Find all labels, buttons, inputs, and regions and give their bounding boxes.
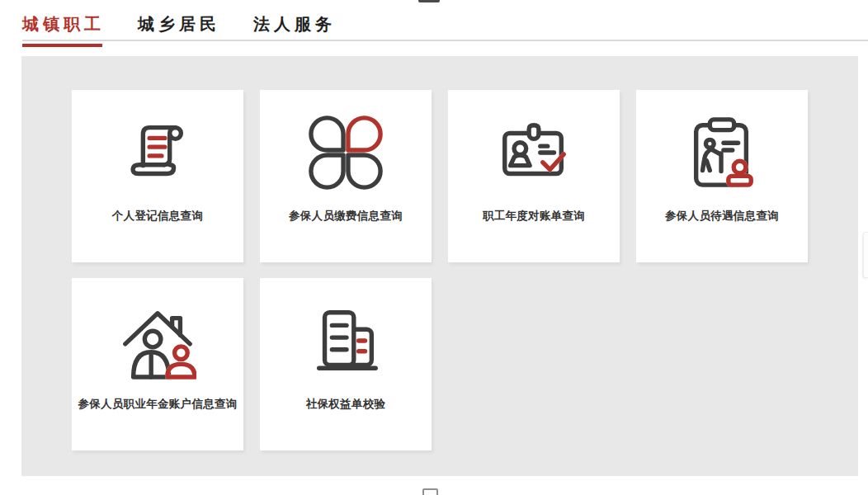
service-card-payment-info-query[interactable]: 参保人员缴费信息查询: [260, 90, 432, 262]
bottom-edge-clipped-button[interactable]: [422, 488, 438, 495]
clover-petals-icon: [306, 113, 385, 192]
service-card-label: 参保人员职业年金账户信息查询: [78, 397, 237, 412]
service-card-rights-statement-verification[interactable]: 社保权益单校验: [260, 278, 432, 450]
services-panel: 个人登记信息查询 参保人员缴费信息查询: [21, 56, 858, 476]
service-card-benefits-info-query[interactable]: 参保人员待遇信息查询: [636, 90, 808, 262]
tab-urban-employees[interactable]: 城镇职工: [22, 13, 105, 46]
service-card-label: 社保权益单校验: [306, 397, 386, 412]
tab-legal-person-services[interactable]: 法人服务: [253, 13, 336, 46]
service-card-annual-statement-query[interactable]: 职工年度对账单查询: [448, 90, 620, 262]
service-card-label: 参保人员缴费信息查询: [289, 209, 403, 224]
clipboard-elder-icon: [682, 113, 762, 192]
tab-urban-rural-residents[interactable]: 城乡居民: [138, 13, 220, 46]
service-card-label: 个人登记信息查询: [112, 209, 203, 224]
side-widget-clipped[interactable]: [863, 232, 868, 278]
services-grid: 个人登记信息查询 参保人员缴费信息查询: [21, 56, 858, 450]
tab-bar: 城镇职工 城乡居民 法人服务: [0, 0, 868, 43]
buildings-icon: [306, 301, 385, 380]
service-card-label: 参保人员待遇信息查询: [665, 209, 779, 224]
service-card-occupational-annuity-account-query[interactable]: 参保人员职业年金账户信息查询: [72, 278, 243, 450]
service-card-personal-registration-query[interactable]: 个人登记信息查询: [72, 90, 243, 262]
id-badge-check-icon: [494, 113, 573, 192]
scroll-document-icon: [118, 113, 197, 192]
service-card-label: 职工年度对账单查询: [483, 209, 585, 224]
house-family-icon: [118, 301, 197, 380]
